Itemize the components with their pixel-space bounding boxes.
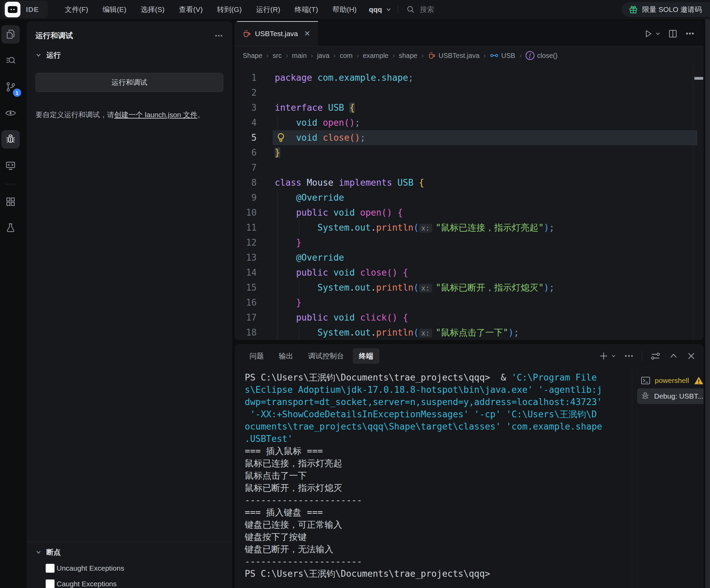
sidebar-item-preview[interactable] bbox=[1, 104, 20, 122]
line-number[interactable]: 9 bbox=[235, 190, 257, 205]
line-number[interactable]: 5 bbox=[235, 130, 257, 145]
code-line[interactable]: System.out.println(x:"鼠标点击了一下"); bbox=[275, 325, 704, 340]
line-number[interactable]: 12 bbox=[235, 235, 257, 250]
sidebar-item-debug[interactable] bbox=[1, 130, 20, 149]
code-editor[interactable]: 123456789101112131415161718 package com.… bbox=[235, 65, 704, 340]
panel-tab[interactable]: 输出 bbox=[273, 348, 299, 364]
sidebar-item-source-control[interactable]: 1 bbox=[1, 78, 20, 96]
menu-item[interactable]: 文件(F) bbox=[60, 2, 93, 17]
terminal-line: dwp=transport=dt_socket,server=n,suspend… bbox=[245, 396, 632, 408]
gutter[interactable]: 123456789101112131415161718 bbox=[235, 70, 273, 340]
menu-item[interactable]: 查看(V) bbox=[174, 2, 208, 17]
search-input[interactable]: 搜索 bbox=[406, 5, 434, 14]
code-line[interactable]: } bbox=[275, 145, 704, 160]
line-number[interactable]: 4 bbox=[235, 115, 257, 130]
line-number[interactable]: 8 bbox=[235, 175, 257, 190]
breakpoints-section-header[interactable]: 断点 bbox=[27, 542, 232, 560]
sidebar-item-search[interactable] bbox=[1, 51, 20, 70]
breakpoint-row: Caught Exceptions bbox=[27, 576, 232, 588]
more-actions-icon[interactable] bbox=[624, 351, 634, 361]
code-line[interactable]: @Override bbox=[275, 190, 704, 205]
line-number[interactable]: 11 bbox=[235, 220, 257, 235]
line-number[interactable]: 7 bbox=[235, 160, 257, 175]
breadcrumb-item[interactable]: Shape bbox=[243, 52, 262, 60]
terminal-settings-icon[interactable] bbox=[650, 351, 661, 361]
code-lines[interactable]: package com.example.shape;interface USB … bbox=[273, 70, 704, 340]
line-number[interactable]: 1 bbox=[235, 70, 257, 85]
code-line[interactable]: public void close() { bbox=[275, 265, 704, 280]
invite-button[interactable]: 限量 SOLO 邀请码 bbox=[622, 2, 710, 17]
breadcrumb-item[interactable]: java bbox=[317, 52, 330, 60]
uncaught-exceptions-checkbox[interactable] bbox=[46, 564, 55, 573]
panel-tab[interactable]: 调试控制台 bbox=[302, 348, 350, 364]
line-number[interactable]: 16 bbox=[235, 295, 257, 310]
split-editor-icon[interactable] bbox=[668, 29, 678, 38]
code-line[interactable] bbox=[275, 85, 704, 100]
new-terminal-button[interactable] bbox=[599, 351, 616, 361]
caught-exceptions-checkbox[interactable] bbox=[46, 579, 55, 588]
breadcrumb-item[interactable]: USBTest.java bbox=[427, 51, 479, 60]
code-line[interactable]: void open(); bbox=[275, 115, 704, 130]
bottom-panel: 问题输出调试控制台终端 bbox=[235, 344, 704, 588]
code-line[interactable]: @Override bbox=[275, 250, 704, 265]
sidebar-item-extensions[interactable] bbox=[1, 192, 20, 211]
run-and-debug-button[interactable]: 运行和调试 bbox=[35, 73, 223, 92]
sidebar-item-remote-console[interactable] bbox=[1, 156, 20, 175]
code-line[interactable]: public void click() { bbox=[275, 310, 704, 325]
code-line[interactable]: } bbox=[275, 235, 704, 250]
session-debug[interactable]: Debug: USBT... bbox=[637, 388, 704, 404]
line-number[interactable]: 18 bbox=[235, 325, 257, 340]
session-powershell[interactable]: powershell bbox=[637, 373, 704, 388]
sidebar-item-testing[interactable] bbox=[1, 219, 20, 237]
breadcrumb-item[interactable]: USB bbox=[490, 51, 515, 60]
maximize-panel-icon[interactable] bbox=[669, 351, 678, 361]
create-launch-json-link[interactable]: 创建一个 launch.json 文件 bbox=[114, 111, 197, 119]
code-line[interactable]: package com.example.shape; bbox=[275, 70, 704, 85]
line-number[interactable]: 3 bbox=[235, 100, 257, 115]
menu-item[interactable]: 帮助(H) bbox=[328, 2, 361, 17]
line-number[interactable]: 2 bbox=[235, 85, 257, 100]
panel-tab[interactable]: 问题 bbox=[243, 348, 270, 364]
code-line[interactable]: public void open() { bbox=[275, 205, 704, 220]
more-actions-icon[interactable] bbox=[685, 29, 695, 38]
code-line[interactable]: interface USB { bbox=[275, 100, 704, 115]
code-line[interactable]: } bbox=[275, 295, 704, 310]
code-line[interactable]: System.out.println(x:"鼠标已断开，指示灯熄灭"); bbox=[275, 280, 704, 295]
code-line[interactable] bbox=[275, 160, 704, 175]
breadcrumb-item[interactable]: src bbox=[273, 52, 282, 60]
breadcrumb-item[interactable]: shape bbox=[399, 52, 418, 60]
project-switcher[interactable]: qqq bbox=[369, 5, 391, 14]
line-number[interactable]: 10 bbox=[235, 205, 257, 220]
terminal-output[interactable]: PS C:\Users\王泯钧\Documents\trae_projects\… bbox=[235, 368, 632, 588]
line-number[interactable]: 17 bbox=[235, 310, 257, 325]
run-file-button[interactable] bbox=[643, 29, 661, 39]
line-number[interactable]: 14 bbox=[235, 265, 257, 280]
menu-item[interactable]: 编辑(E) bbox=[98, 2, 131, 17]
menu-item[interactable]: 转到(G) bbox=[212, 2, 246, 17]
line-number[interactable]: 13 bbox=[235, 250, 257, 265]
more-actions-icon[interactable] bbox=[214, 31, 223, 40]
breadcrumb-item[interactable]: main bbox=[292, 52, 307, 60]
sidebar-item-explorer[interactable] bbox=[1, 25, 20, 44]
breadcrumb-item[interactable]: example bbox=[363, 52, 389, 60]
tab-close-icon[interactable]: ✕ bbox=[304, 29, 310, 38]
menu-item[interactable]: 选择(S) bbox=[136, 2, 169, 17]
code-line[interactable]: class Mouse implements USB { bbox=[275, 175, 704, 190]
chevron-down-icon bbox=[35, 52, 42, 58]
window-scrollbar-rail[interactable] bbox=[705, 19, 710, 588]
panel-tab[interactable]: 终端 bbox=[353, 348, 379, 364]
close-panel-icon[interactable] bbox=[686, 351, 696, 361]
tab-usbtest-java[interactable]: USBTest.java ✕ bbox=[235, 21, 318, 46]
line-number[interactable]: 6 bbox=[235, 145, 257, 160]
terminal-line: ---------------------- bbox=[245, 494, 632, 506]
breadcrumb-item[interactable]: fclose() bbox=[526, 51, 558, 60]
run-section-header[interactable]: 运行 bbox=[27, 47, 232, 63]
code-line[interactable]: void close(); bbox=[275, 130, 704, 145]
app-logo-button[interactable]: IDE bbox=[2, 1, 48, 18]
line-number[interactable]: 15 bbox=[235, 280, 257, 295]
breadcrumb-item[interactable]: com bbox=[340, 52, 353, 60]
terminal-line: PS C:\Users\王泯钧\Documents\trae_projects\… bbox=[245, 568, 632, 580]
menu-item[interactable]: 运行(R) bbox=[251, 2, 285, 17]
menu-item[interactable]: 终端(T) bbox=[290, 2, 323, 17]
code-line[interactable]: System.out.println(x:"鼠标已连接，指示灯亮起"); bbox=[275, 220, 704, 235]
